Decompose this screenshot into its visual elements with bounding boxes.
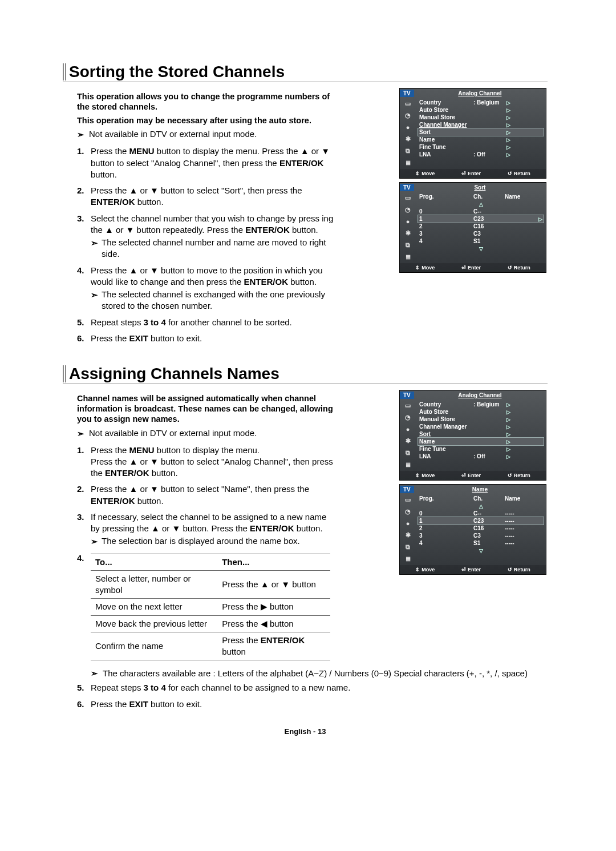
s2-step3: 3. If necessary, select the channel to b… xyxy=(77,511,338,548)
s1-step2: 2. Press the ▲ or ▼ button to select "So… xyxy=(77,185,338,208)
osd-sort-list: TVSort ▭◔●✱⧉≣ Prog.Ch.Name △ 0C-- 1C23▷ … xyxy=(399,182,546,273)
note-arrow-icon: ➣ xyxy=(77,429,84,439)
s1-step3: 3. Select the channel number that you wi… xyxy=(77,213,338,260)
osd-name-list: TVName ▭◔●✱⧉≣ Prog.Ch.Name △ 0C------- 1… xyxy=(399,484,546,575)
note-arrow-icon: ➣ xyxy=(91,237,98,260)
s1-step4: 4. Press the ▲ or ▼ button to move to th… xyxy=(77,265,338,312)
section1-note-text: Not available in DTV or external input m… xyxy=(89,129,257,139)
page-number: English - 13 xyxy=(63,727,548,736)
section1-intro2: This operation may be necessary after us… xyxy=(77,115,338,126)
section2-note: ➣ Not available in DTV or external input… xyxy=(77,428,338,439)
s2-step6: 6. Press the EXIT button to exit. xyxy=(77,699,548,710)
section1-title: Sorting the Stored Channels xyxy=(69,63,285,81)
section2-title: Assigning Channels Names xyxy=(69,365,279,383)
s1-step1: 1. Press the MENU button to display the … xyxy=(77,146,338,180)
note-arrow-icon: ➣ xyxy=(91,536,98,547)
char-note: ➣The characters available are : Letters … xyxy=(91,668,548,679)
s1-step5: 5. Repeat steps 3 to 4 for another chann… xyxy=(77,317,338,328)
section1-intro1: This operation allows you to change the … xyxy=(77,91,338,112)
osd-analog-sort: TVAnalog Channel ▭◔●✱⧉≣ Country: Belgium… xyxy=(399,88,546,179)
instruction-table: To...Then... Select a letter, number or … xyxy=(91,554,330,661)
s2-step2: 2. Press the ▲ or ▼ button to select "Na… xyxy=(77,483,338,507)
s2-step1: 1. Press the MENU button to display the … xyxy=(77,445,338,479)
s2-step4: 4. To...Then... Select a letter, number … xyxy=(77,552,338,661)
section2-intro: Channel names will be assigned automatic… xyxy=(77,393,338,424)
heading-bar-icon xyxy=(63,63,66,80)
section1-heading: Sorting the Stored Channels xyxy=(63,63,548,82)
section2-note-text: Not available in DTV or external input m… xyxy=(89,428,257,438)
section2-heading: Assigning Channels Names xyxy=(63,365,548,384)
heading-bar-icon xyxy=(63,365,66,382)
section1-note: ➣ Not available in DTV or external input… xyxy=(77,129,338,140)
s2-step5: 5. Repeat steps 3 to 4 for each channel … xyxy=(77,682,548,693)
s1-step6: 6. Press the EXIT button to exit. xyxy=(77,333,338,344)
note-arrow-icon: ➣ xyxy=(77,130,84,140)
osd-analog-name: TVAnalog Channel ▭◔●✱⧉≣ Country: Belgium… xyxy=(399,390,546,481)
osd-sidebar-icons: ▭◔●✱⧉≣ xyxy=(400,98,416,169)
note-arrow-icon: ➣ xyxy=(91,289,98,312)
